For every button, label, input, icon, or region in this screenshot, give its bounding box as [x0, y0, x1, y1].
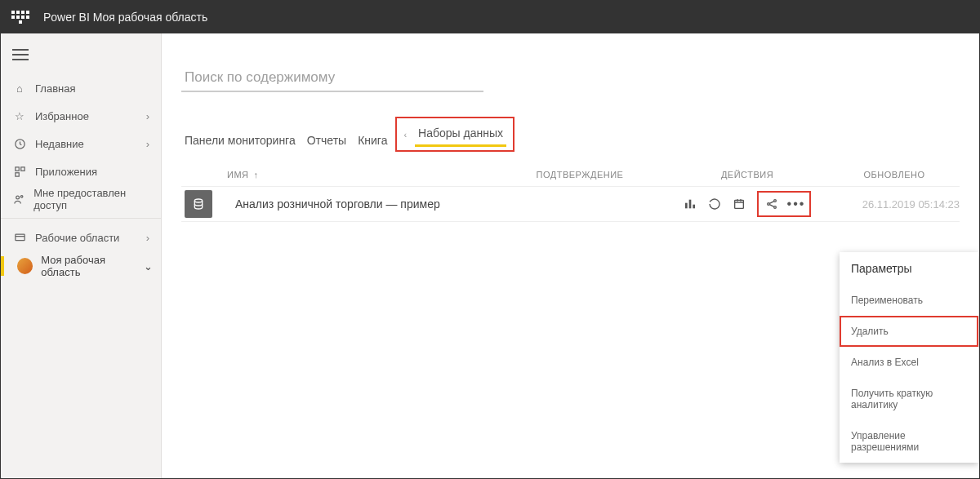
nav-label: Главная — [35, 82, 75, 95]
caret-left-icon: ‹ — [403, 130, 407, 140]
context-menu: Параметры Переименовать Удалить Анализ в… — [840, 252, 978, 463]
menu-toggle-icon[interactable] — [12, 40, 42, 69]
search-input[interactable] — [181, 64, 483, 92]
updated-timestamp: 26.11.2019 05:14:23 — [829, 198, 960, 211]
shared-icon — [12, 192, 25, 206]
app-title: Power BI Моя рабочая область — [43, 11, 207, 24]
sidebar: ⌂ Главная ☆ Избранное › Недавние › Прило… — [1, 33, 162, 478]
clock-icon — [12, 136, 27, 151]
svg-point-5 — [20, 195, 23, 197]
content-tabs: Панели мониторинга Отчеты Книга ‹ Наборы… — [181, 117, 960, 152]
chevron-right-icon: › — [146, 138, 149, 150]
refresh-icon[interactable] — [708, 197, 721, 211]
svg-point-4 — [16, 196, 19, 199]
apps-icon — [12, 164, 27, 179]
svg-rect-3 — [15, 172, 18, 175]
column-updated: ОБНОВЛЕНО — [829, 170, 960, 180]
nav-apps[interactable]: Приложения — [1, 157, 161, 185]
top-bar: Power BI Моя рабочая область — [1, 1, 979, 33]
workspace-label: Моя рабочая область — [41, 254, 144, 278]
nav-recent[interactable]: Недавние › — [1, 130, 161, 157]
related-icon[interactable] — [765, 197, 778, 211]
nav-workspaces[interactable]: Рабочие области › — [1, 224, 161, 251]
dataset-icon — [185, 190, 212, 218]
dataset-name[interactable]: Анализ розничной торговли — пример — [220, 197, 494, 211]
nav-home[interactable]: ⌂ Главная — [1, 74, 161, 102]
svg-rect-9 — [689, 200, 692, 209]
tab-datasets[interactable]: Наборы данных — [415, 122, 506, 147]
menu-delete[interactable]: Удалить — [840, 316, 978, 347]
menu-rename[interactable]: Переименовать — [840, 285, 978, 316]
active-indicator — [1, 256, 4, 276]
column-endorsement: ПОДТВЕРЖДЕНИЕ — [494, 170, 666, 180]
menu-permissions[interactable]: Управление разрешениями — [840, 420, 978, 463]
highlight-box: ••• — [757, 191, 811, 217]
create-report-icon[interactable] — [684, 197, 697, 211]
more-options-icon[interactable]: ••• — [790, 197, 803, 211]
chevron-down-icon: ⌄ — [144, 260, 153, 273]
svg-point-14 — [774, 206, 777, 209]
svg-rect-10 — [693, 205, 695, 209]
separator — [1, 218, 161, 219]
home-icon: ⌂ — [12, 81, 27, 95]
svg-rect-2 — [20, 166, 24, 170]
svg-point-7 — [194, 199, 202, 202]
dataset-row[interactable]: Анализ розничной торговли — пример ••• — [181, 186, 960, 222]
menu-title: Параметры — [840, 252, 978, 285]
nav-favorites[interactable]: ☆ Избранное › — [1, 102, 161, 130]
main-content: Панели мониторинга Отчеты Книга ‹ Наборы… — [162, 33, 979, 478]
menu-analyze-excel[interactable]: Анализ в Excel — [840, 347, 978, 378]
menu-quick-insights[interactable]: Получить краткую аналитику — [840, 378, 978, 420]
tab-reports[interactable]: Отчеты — [304, 129, 350, 152]
nav-label: Мне предоставлен доступ — [33, 187, 149, 211]
sort-asc-icon: ↑ — [254, 170, 259, 180]
chevron-right-icon: › — [146, 110, 149, 122]
app-launcher-icon[interactable] — [11, 7, 30, 27]
svg-rect-6 — [15, 234, 24, 241]
svg-rect-1 — [15, 166, 18, 170]
column-name[interactable]: Имя ↑ — [220, 170, 494, 180]
schedule-refresh-icon[interactable] — [733, 197, 746, 211]
svg-point-12 — [768, 203, 770, 206]
table-header: Имя ↑ ПОДТВЕРЖДЕНИЕ ДЕЙСТВИЯ ОБНОВЛЕНО — [181, 170, 960, 180]
tab-dashboards[interactable]: Панели мониторинга — [181, 129, 299, 152]
nav-label: Рабочие области — [35, 232, 119, 244]
svg-rect-8 — [685, 203, 688, 209]
nav-label: Приложения — [35, 166, 97, 178]
row-actions: ••• — [666, 191, 829, 217]
highlight-box: ‹ Наборы данных — [395, 117, 514, 152]
svg-rect-11 — [735, 200, 744, 208]
star-icon: ☆ — [12, 109, 27, 123]
tab-workbooks[interactable]: Книга — [354, 129, 390, 152]
svg-point-13 — [774, 200, 777, 202]
current-workspace[interactable]: Моя рабочая область ⌄ — [1, 251, 161, 281]
workspaces-icon — [12, 230, 27, 245]
chevron-right-icon: › — [146, 232, 149, 244]
nav-label: Избранное — [35, 110, 89, 122]
nav-shared[interactable]: Мне предоставлен доступ — [1, 185, 161, 213]
column-actions: ДЕЙСТВИЯ — [666, 170, 829, 180]
nav-label: Недавние — [35, 138, 84, 150]
workspace-avatar-icon — [17, 258, 33, 274]
